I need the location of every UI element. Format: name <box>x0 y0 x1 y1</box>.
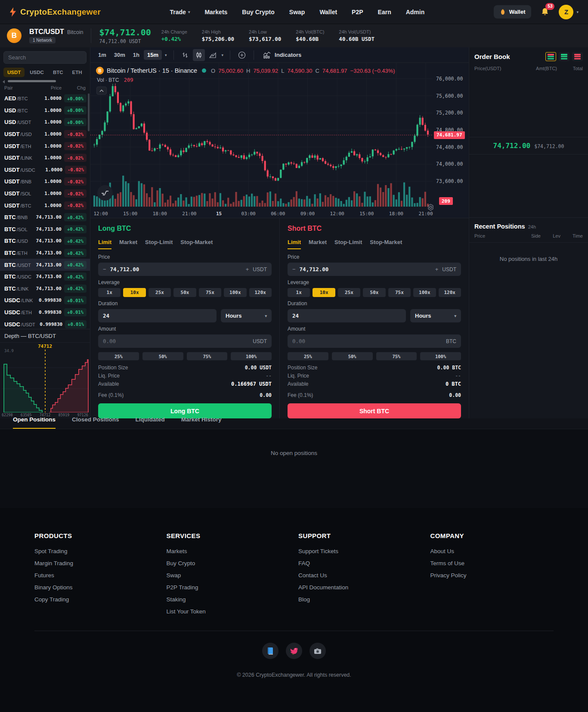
footer-link-binary-options[interactable]: Binary Options <box>34 584 73 591</box>
nav-item-p2p[interactable]: P2P <box>352 9 363 15</box>
price-increment[interactable]: + <box>435 266 439 272</box>
twitter-icon[interactable] <box>286 643 302 659</box>
depth-chart[interactable]: 74712 34.9 <box>2 344 88 412</box>
nav-item-trade[interactable]: Trade▾ <box>170 9 190 15</box>
instagram-icon[interactable] <box>309 643 326 659</box>
indicators-button[interactable]: Indicators <box>263 51 301 59</box>
pair-row[interactable]: USD/USDT1.0000+0.00% <box>0 116 90 128</box>
order-tab-stop-market[interactable]: Stop-Market <box>370 238 402 249</box>
view-asks-button[interactable] <box>572 52 583 61</box>
scroll-left-arrow[interactable] <box>3 80 5 84</box>
pair-row[interactable]: BTC/BNB74,713.00+0.42% <box>0 211 90 223</box>
footer-link-api-documentation[interactable]: API Documentation <box>298 584 348 591</box>
price-value[interactable]: 74,712.00 <box>300 266 431 272</box>
nav-item-wallet[interactable]: Wallet <box>319 9 337 15</box>
amount-field[interactable] <box>103 338 249 344</box>
wallet-button[interactable]: Wallet <box>494 5 532 19</box>
amount-input[interactable]: USDT <box>98 334 272 348</box>
pair-row[interactable]: USDT/BNB1.0000-0.02% <box>0 176 90 188</box>
leverage-75x[interactable]: 75x <box>199 288 221 297</box>
percent-75[interactable]: 75% <box>187 352 228 360</box>
pair-row[interactable]: BTC/USDT74,713.00+0.42% <box>0 259 90 271</box>
pair-row[interactable]: USD/BTC1.0000+0.00% <box>0 105 90 117</box>
price-increment[interactable]: + <box>246 266 249 272</box>
amount-field[interactable] <box>292 338 442 344</box>
percent-50[interactable]: 50% <box>332 352 373 360</box>
leverage-50x[interactable]: 50x <box>363 288 385 297</box>
leverage-120x[interactable]: 120x <box>249 288 272 297</box>
duration-unit-select[interactable]: Hours ▾ <box>221 309 272 322</box>
footer-link-staking[interactable]: Staking <box>167 596 186 603</box>
pair-row[interactable]: USDT/USDC1.0000-0.02% <box>0 164 90 176</box>
bars-style-icon[interactable] <box>179 49 191 61</box>
tab-closed-positions[interactable]: Closed Positions <box>72 411 119 429</box>
quote-tab-usdc[interactable]: USDC <box>26 68 48 77</box>
footer-link-contact-us[interactable]: Contact Us <box>298 572 327 579</box>
notifications-button[interactable]: 53 <box>540 6 550 17</box>
price-input[interactable]: − 74,712.00 + USDT <box>288 263 461 276</box>
horizontal-scrollbar[interactable] <box>3 80 87 83</box>
timeframe-1h[interactable]: 1h <box>130 50 143 60</box>
footer-link-privacy-policy[interactable]: Privacy Policy <box>430 572 467 579</box>
pair-row[interactable]: USDC/LINK0.999830+0.01% <box>0 294 90 306</box>
search-input[interactable] <box>3 51 87 64</box>
order-tab-market[interactable]: Market <box>119 238 137 249</box>
pair-row[interactable]: USDT/BTC1.0000-0.02% <box>0 199 90 211</box>
timeframe-30m[interactable]: 30m <box>111 50 129 60</box>
nav-item-swap[interactable]: Swap <box>289 9 305 15</box>
submit-order-button[interactable]: Short BTC <box>288 403 461 418</box>
leverage-50x[interactable]: 50x <box>173 288 196 297</box>
leverage-120x[interactable]: 120x <box>439 288 461 297</box>
pair-row[interactable]: USDT/USD1.0000-0.02% <box>0 128 90 140</box>
footer-link-support-tickets[interactable]: Support Tickets <box>298 548 338 554</box>
price-decrement[interactable]: − <box>103 266 106 272</box>
compare-add-icon[interactable] <box>235 49 248 62</box>
pair-row[interactable]: BTC/SOL74,713.00+0.42% <box>0 223 90 235</box>
order-tab-limit[interactable]: Limit <box>98 238 111 249</box>
footer-link-futures[interactable]: Futures <box>34 572 54 579</box>
footer-link-faq[interactable]: FAQ <box>298 560 310 567</box>
footer-link-margin-trading[interactable]: Margin Trading <box>34 560 73 567</box>
quote-tab-bnb[interactable]: BNB <box>87 68 90 77</box>
duration-input[interactable]: 24 <box>288 309 406 322</box>
pair-row[interactable]: USDT/ETH1.0000-0.02% <box>0 140 90 152</box>
order-tab-stop-limit[interactable]: Stop-Limit <box>334 238 362 249</box>
quote-tab-btc[interactable]: BTC <box>49 68 67 77</box>
pair-row[interactable]: AED/BTC1.0000+0.00% <box>0 93 90 105</box>
timeframe-1m[interactable]: 1m <box>95 50 110 60</box>
pair-row[interactable]: USDC/ETH0.999830+0.01% <box>0 306 90 319</box>
candles-style-icon[interactable] <box>193 49 205 61</box>
footer-link-swap[interactable]: Swap <box>167 572 181 579</box>
pair-row[interactable]: USDT/SOL1.0000-0.02% <box>0 188 90 200</box>
duration-unit-select[interactable]: Hours ▾ <box>410 309 461 322</box>
view-split-button[interactable] <box>545 52 556 61</box>
order-tab-limit[interactable]: Limit <box>288 238 301 249</box>
pair-row[interactable]: USDC/USDT0.999830+0.01% <box>0 318 90 329</box>
nav-item-earn[interactable]: Earn <box>378 9 391 15</box>
percent-100[interactable]: 100% <box>231 352 272 360</box>
pair-row[interactable]: BTC/USD74,713.00+0.42% <box>0 235 90 247</box>
pair-row[interactable]: BTC/ETH74,713.00+0.42% <box>0 247 90 259</box>
nav-item-admin[interactable]: Admin <box>406 9 425 15</box>
quote-tab-eth[interactable]: ETH <box>68 68 86 77</box>
footer-link-blog[interactable]: Blog <box>298 596 310 603</box>
leverage-10x[interactable]: 10x <box>313 288 335 297</box>
footer-link-buy-crypto[interactable]: Buy Crypto <box>167 560 195 567</box>
percent-75[interactable]: 75% <box>376 352 417 360</box>
leverage-10x[interactable]: 10x <box>123 288 145 297</box>
duration-input[interactable]: 24 <box>98 309 217 322</box>
pair-row[interactable]: BTC/USDC74,713.00+0.42% <box>0 271 90 283</box>
view-bids-button[interactable] <box>559 52 569 61</box>
footer-link-markets[interactable]: Markets <box>167 548 187 554</box>
order-tab-stop-market[interactable]: Stop-Market <box>180 238 213 249</box>
facebook-icon[interactable] <box>262 643 279 659</box>
order-tab-market[interactable]: Market <box>309 238 327 249</box>
price-input[interactable]: − 74,712.00 + USDT <box>98 263 272 276</box>
leverage-1x[interactable]: 1x <box>288 288 310 297</box>
scrollbar-thumb[interactable] <box>8 80 56 82</box>
quote-tab-usdt[interactable]: USDT <box>3 68 25 77</box>
duration-value[interactable]: 24 <box>103 313 212 319</box>
vertical-scrollbar-thumb[interactable] <box>88 93 90 131</box>
area-style-icon[interactable] <box>207 49 219 61</box>
gear-icon[interactable] <box>427 204 434 211</box>
